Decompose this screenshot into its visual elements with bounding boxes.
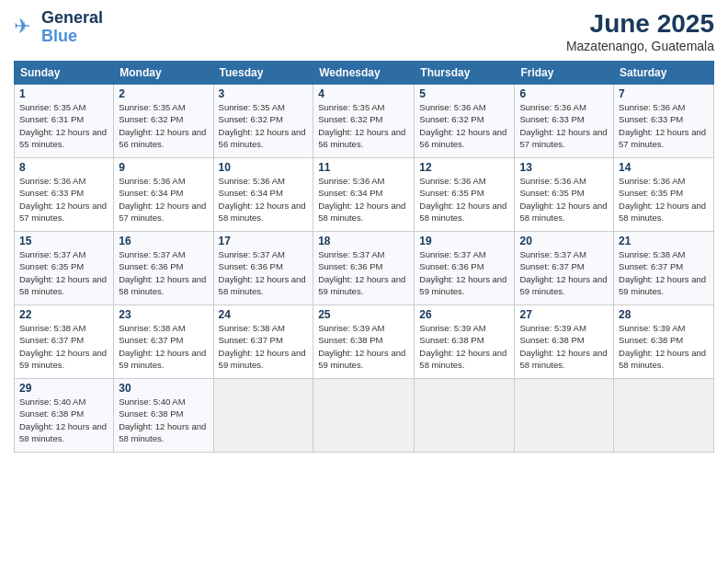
day-cell: 4Sunrise: 5:35 AMSunset: 6:32 PMDaylight…	[313, 85, 415, 158]
day-info: Sunrise: 5:36 AMSunset: 6:35 PMDaylight:…	[419, 175, 509, 224]
day-number: 18	[318, 235, 409, 247]
day-cell: 9Sunrise: 5:36 AMSunset: 6:34 PMDaylight…	[114, 158, 213, 232]
day-info: Sunrise: 5:37 AMSunset: 6:36 PMDaylight:…	[119, 248, 208, 297]
column-header-thursday: Thursday	[415, 62, 515, 85]
calendar-header-row: SundayMondayTuesdayWednesdayThursdayFrid…	[15, 62, 714, 85]
day-cell: 20Sunrise: 5:37 AMSunset: 6:37 PMDayligh…	[515, 232, 614, 305]
day-number: 14	[619, 161, 709, 174]
week-row-2: 8Sunrise: 5:36 AMSunset: 6:33 PMDaylight…	[15, 158, 714, 232]
week-row-1: 1Sunrise: 5:35 AMSunset: 6:31 PMDaylight…	[15, 85, 714, 158]
day-info: Sunrise: 5:36 AMSunset: 6:34 PMDaylight:…	[318, 175, 409, 224]
day-number: 16	[119, 235, 208, 247]
day-info: Sunrise: 5:36 AMSunset: 6:35 PMDaylight:…	[519, 175, 609, 224]
day-number: 27	[519, 308, 609, 321]
day-cell: 2Sunrise: 5:35 AMSunset: 6:32 PMDaylight…	[114, 85, 213, 158]
day-info: Sunrise: 5:36 AMSunset: 6:32 PMDaylight:…	[419, 101, 509, 150]
day-info: Sunrise: 5:36 AMSunset: 6:34 PMDaylight:…	[119, 175, 208, 224]
day-cell: 14Sunrise: 5:36 AMSunset: 6:35 PMDayligh…	[614, 158, 714, 232]
column-header-tuesday: Tuesday	[213, 62, 313, 85]
day-number: 23	[119, 308, 208, 321]
day-cell: 8Sunrise: 5:36 AMSunset: 6:33 PMDaylight…	[15, 158, 114, 232]
logo-icon: ✈	[14, 15, 40, 40]
week-row-3: 15Sunrise: 5:37 AMSunset: 6:35 PMDayligh…	[15, 232, 714, 305]
day-cell: 26Sunrise: 5:39 AMSunset: 6:38 PMDayligh…	[415, 305, 515, 379]
column-header-saturday: Saturday	[614, 62, 714, 85]
day-cell	[614, 379, 714, 453]
day-info: Sunrise: 5:35 AMSunset: 6:31 PMDaylight:…	[19, 101, 108, 150]
week-row-4: 22Sunrise: 5:38 AMSunset: 6:37 PMDayligh…	[15, 305, 714, 379]
day-cell: 1Sunrise: 5:35 AMSunset: 6:31 PMDaylight…	[15, 85, 114, 158]
day-number: 22	[19, 308, 108, 321]
day-info: Sunrise: 5:39 AMSunset: 6:38 PMDaylight:…	[519, 322, 609, 371]
day-cell: 24Sunrise: 5:38 AMSunset: 6:37 PMDayligh…	[213, 305, 313, 379]
calendar: SundayMondayTuesdayWednesdayThursdayFrid…	[14, 61, 714, 453]
day-cell: 23Sunrise: 5:38 AMSunset: 6:37 PMDayligh…	[114, 305, 213, 379]
day-number: 28	[619, 308, 709, 321]
day-cell	[515, 379, 614, 453]
page-header: ✈ GeneralBlue June 2025 Mazatenango, Gua…	[14, 9, 714, 53]
column-header-monday: Monday	[114, 62, 213, 85]
day-info: Sunrise: 5:40 AMSunset: 6:38 PMDaylight:…	[119, 396, 208, 444]
day-number: 30	[119, 382, 208, 395]
day-number: 1	[19, 87, 108, 100]
day-number: 15	[19, 235, 108, 247]
day-cell: 27Sunrise: 5:39 AMSunset: 6:38 PMDayligh…	[515, 305, 614, 379]
day-info: Sunrise: 5:38 AMSunset: 6:37 PMDaylight:…	[19, 322, 108, 371]
day-number: 24	[219, 308, 309, 321]
day-cell: 7Sunrise: 5:36 AMSunset: 6:33 PMDaylight…	[614, 85, 714, 158]
day-info: Sunrise: 5:39 AMSunset: 6:38 PMDaylight:…	[318, 322, 409, 371]
day-info: Sunrise: 5:35 AMSunset: 6:32 PMDaylight:…	[318, 101, 409, 150]
day-number: 8	[19, 161, 108, 174]
logo-text: GeneralBlue	[41, 9, 103, 46]
day-info: Sunrise: 5:37 AMSunset: 6:35 PMDaylight:…	[19, 248, 108, 297]
day-cell: 19Sunrise: 5:37 AMSunset: 6:36 PMDayligh…	[415, 232, 515, 305]
day-info: Sunrise: 5:38 AMSunset: 6:37 PMDaylight:…	[119, 322, 208, 371]
month-title: June 2025	[566, 9, 714, 39]
day-number: 11	[318, 161, 409, 174]
day-cell: 30Sunrise: 5:40 AMSunset: 6:38 PMDayligh…	[114, 379, 213, 453]
day-number: 5	[419, 87, 509, 100]
day-info: Sunrise: 5:36 AMSunset: 6:33 PMDaylight:…	[19, 175, 108, 224]
day-number: 2	[119, 87, 208, 100]
day-info: Sunrise: 5:35 AMSunset: 6:32 PMDaylight:…	[219, 101, 309, 150]
day-number: 7	[619, 87, 709, 100]
day-cell	[213, 379, 313, 453]
day-cell: 28Sunrise: 5:39 AMSunset: 6:38 PMDayligh…	[614, 305, 714, 379]
day-cell	[415, 379, 515, 453]
title-block: June 2025 Mazatenango, Guatemala	[566, 9, 714, 53]
day-cell: 29Sunrise: 5:40 AMSunset: 6:38 PMDayligh…	[15, 379, 114, 453]
day-info: Sunrise: 5:36 AMSunset: 6:33 PMDaylight:…	[619, 101, 709, 150]
day-info: Sunrise: 5:37 AMSunset: 6:37 PMDaylight:…	[519, 248, 609, 297]
day-info: Sunrise: 5:36 AMSunset: 6:35 PMDaylight:…	[619, 175, 709, 224]
column-header-wednesday: Wednesday	[313, 62, 415, 85]
day-cell: 22Sunrise: 5:38 AMSunset: 6:37 PMDayligh…	[15, 305, 114, 379]
day-info: Sunrise: 5:37 AMSunset: 6:36 PMDaylight:…	[318, 248, 409, 297]
day-number: 29	[19, 382, 108, 395]
day-number: 10	[219, 161, 309, 174]
day-cell: 10Sunrise: 5:36 AMSunset: 6:34 PMDayligh…	[213, 158, 313, 232]
day-cell	[313, 379, 415, 453]
day-cell: 12Sunrise: 5:36 AMSunset: 6:35 PMDayligh…	[415, 158, 515, 232]
day-info: Sunrise: 5:37 AMSunset: 6:36 PMDaylight:…	[419, 248, 509, 297]
day-info: Sunrise: 5:38 AMSunset: 6:37 PMDaylight:…	[219, 322, 309, 371]
day-info: Sunrise: 5:35 AMSunset: 6:32 PMDaylight:…	[119, 101, 208, 150]
column-header-sunday: Sunday	[15, 62, 114, 85]
day-info: Sunrise: 5:37 AMSunset: 6:36 PMDaylight:…	[219, 248, 309, 297]
day-number: 20	[519, 235, 609, 247]
day-cell: 13Sunrise: 5:36 AMSunset: 6:35 PMDayligh…	[515, 158, 614, 232]
day-cell: 3Sunrise: 5:35 AMSunset: 6:32 PMDaylight…	[213, 85, 313, 158]
logo: ✈ GeneralBlue	[14, 9, 103, 46]
calendar-body: 1Sunrise: 5:35 AMSunset: 6:31 PMDaylight…	[15, 85, 714, 453]
day-number: 13	[519, 161, 609, 174]
day-cell: 18Sunrise: 5:37 AMSunset: 6:36 PMDayligh…	[313, 232, 415, 305]
svg-text:✈: ✈	[14, 15, 30, 38]
location: Mazatenango, Guatemala	[566, 39, 714, 53]
day-number: 3	[219, 87, 309, 100]
day-info: Sunrise: 5:36 AMSunset: 6:33 PMDaylight:…	[519, 101, 609, 150]
day-number: 4	[318, 87, 409, 100]
column-header-friday: Friday	[515, 62, 614, 85]
day-number: 12	[419, 161, 509, 174]
day-cell: 5Sunrise: 5:36 AMSunset: 6:32 PMDaylight…	[415, 85, 515, 158]
day-number: 9	[119, 161, 208, 174]
day-number: 6	[519, 87, 609, 100]
